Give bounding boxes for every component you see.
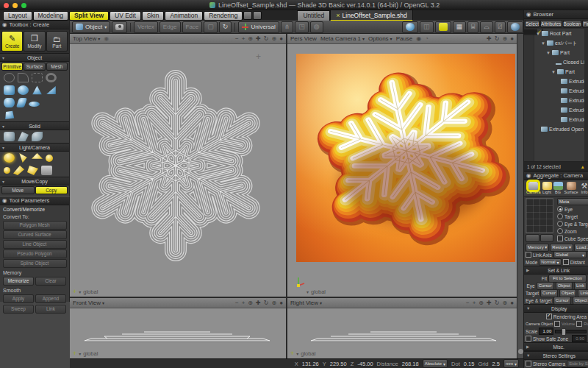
tree-item-extruded-closed[interactable]: Extruded Closed [534,77,588,86]
volume-checkbox[interactable] [554,321,560,327]
magnifier-icon[interactable]: ⊕ [248,35,253,42]
apply-button[interactable]: Apply [3,294,34,303]
vertex-mode-button[interactable]: Vertex [134,21,158,33]
orbit-icon[interactable]: ↻ [264,35,269,42]
panel-menu-icon[interactable]: ◉ [526,11,531,18]
pan-icon[interactable]: ✚ [256,35,261,42]
target-link-button[interactable]: Link [578,289,588,297]
edge-mode-button[interactable]: Edge [159,21,181,33]
refresh-icon[interactable]: ◉ [416,35,421,42]
convert-line-object-button[interactable]: Line Object [3,240,67,249]
marquee-select-button[interactable]: ▢ [204,21,218,33]
browser-header[interactable]: ◉ Browser [524,10,588,19]
tree-item-ex-part[interactable]: ▼ ex/パート [534,38,588,48]
link-axis-checkbox[interactable] [526,252,531,258]
top-view-selector[interactable]: Top View▾ [73,35,100,42]
rotate-tool-button[interactable]: ↻ [219,21,232,33]
quad-view-button[interactable] [435,21,451,33]
orbit-icon[interactable]: ↻ [495,35,500,42]
tree-item-extruded-closed[interactable]: Extruded Closed [534,86,588,96]
eye-object-button[interactable]: Object [556,282,573,290]
front-view-coordinate-label[interactable]: + ▾global [73,350,98,357]
pause-button[interactable]: Pause [396,35,413,42]
tab-rendering[interactable]: Rendering [204,11,243,21]
disclosure-icon[interactable]: ▼ [541,41,545,46]
coordinate-mode-dropdown[interactable]: Absolute▾ [423,359,448,368]
append-button[interactable]: Append [35,294,66,303]
restore-button[interactable]: Restore ▾ [550,244,573,252]
pan-icon[interactable]: ✚ [256,300,261,306]
subtab-move[interactable]: Move [1,186,35,194]
set-link-section-header[interactable]: ▶Set & Link [524,266,588,275]
tab-animation[interactable]: Animation [165,11,203,21]
aggregate-tab-light[interactable]: Light [542,182,552,194]
subtab-mesh[interactable]: Mesh [46,63,68,71]
distant-checkbox[interactable] [563,259,569,265]
point-light-tool-icon[interactable] [46,155,53,162]
front-view-selector[interactable]: Front View▾ [73,300,104,306]
toolbox-tab-modify[interactable]: ❒Modify [24,31,45,52]
scale-slider-thumb[interactable] [562,328,566,336]
cube-speed-checkbox[interactable] [557,236,563,241]
magnifier-icon[interactable]: ⊕ [248,300,253,306]
panel-menu-icon[interactable]: ◉ [2,21,7,28]
skeleton-tool-button[interactable]: ⋔ [281,21,294,33]
object-mode-button[interactable]: Object ▾ [72,21,110,33]
convert-spline-object-button[interactable]: Spline Object [3,259,67,268]
tree-item-extruded-closed[interactable]: Extruded Closed [534,96,588,105]
aggregate-tab-bg[interactable]: BG [553,182,563,194]
directional-light-tool-icon[interactable] [13,166,24,175]
sweep-button[interactable]: Sweep [3,305,34,314]
toolbox-header[interactable]: ◉ Toolbox : Create [0,21,69,29]
show-safe-zone-checkbox[interactable] [526,336,531,342]
toolbox-tab-part[interactable]: 🗀Part [46,31,68,52]
tool-parameters-header[interactable]: ◉ Tool Parameters [0,197,69,205]
convert-polygon-mesh-button[interactable]: Polygon Mesh [3,221,67,230]
tree-item-extruded-open-line[interactable]: Extruded Open Line [534,124,588,134]
circle-tool-icon[interactable] [4,73,15,82]
safe-zone-value-field[interactable]: 0.90 [572,335,587,342]
zoom-tool-icon[interactable]: ⊕ [502,35,507,42]
camera-view-icon[interactable]: ● [279,300,283,306]
rendering-area-checkbox[interactable] [546,314,552,319]
options-dropdown[interactable]: Options▾ [368,35,392,42]
panel-menu-icon[interactable]: ◉ [2,197,7,204]
misc-section-header[interactable]: ▶Misc. [524,342,588,351]
right-checkbox[interactable] [576,321,582,327]
section-light-camera[interactable]: ▾Light/Camera [0,143,69,152]
browser-tab-attributes[interactable]: Attributes [540,20,562,28]
camera-path-thumbnail[interactable] [526,198,553,233]
universal-manipulator-button[interactable]: Universal [238,21,279,33]
zoom-out-icon[interactable]: − [235,300,239,306]
rect-tool-icon[interactable] [32,73,43,82]
front-viewport[interactable]: Front View▾ − + ⊕ ✚ ↻ ⊕ ● + ▾global [70,297,286,358]
doc-tab-active[interactable]: × LineOffset_Sample.shd [330,10,412,21]
spot-light-tool-icon[interactable] [18,153,29,163]
aggregate-tab-info[interactable]: ⚒ Info [580,182,588,194]
thumb-button-1[interactable] [526,234,539,242]
tab-layout[interactable]: Layout [3,11,32,21]
meta-dropdown[interactable]: Meta▾ [557,198,588,205]
zoom-tool-icon[interactable]: ⊕ [271,35,276,42]
face-mode-button[interactable]: Face [182,21,203,33]
orbit-icon[interactable]: ↻ [264,300,269,306]
tab-uv-edit[interactable]: UV Edit [110,11,141,21]
scale-slider[interactable] [555,330,587,333]
wire-toggle-button[interactable]: ◫ [420,21,434,33]
unit-dropdown[interactable]: mm▾ [503,359,519,368]
dot-value[interactable]: 0.15 [464,361,475,367]
clear-button[interactable]: Clear [35,277,66,286]
zoom-out-icon[interactable]: − [466,300,470,306]
ring-tool-icon[interactable] [46,73,57,82]
lock-icon[interactable]: ▲ [581,164,585,169]
solid-box-tool-icon[interactable] [4,132,15,141]
area-light-tool-icon[interactable] [32,153,43,163]
camera-selector[interactable]: Meta Camera 1▾ [320,35,365,42]
cube-tool-icon[interactable] [4,110,15,120]
section-move-copy[interactable]: ▾Move/Copy [0,177,69,185]
zoom-out-icon[interactable]: − [235,35,239,42]
camera-view-icon[interactable]: ● [510,35,514,42]
disc-tool-icon[interactable] [29,102,40,107]
sun-light-tool-icon[interactable] [4,153,15,163]
zoom-radio[interactable] [557,228,563,234]
